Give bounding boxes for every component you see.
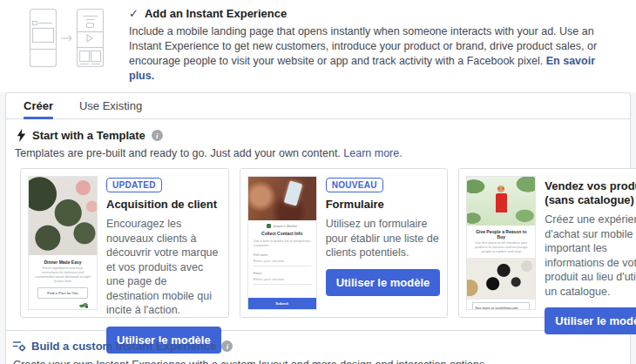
header-text-block: ✓ Add an Instant Experience Include a mo… [129, 7, 622, 84]
learn-more-link[interactable]: Learn more. [343, 147, 402, 159]
card-description: Utilisez un formulaire pour établir une … [326, 217, 441, 260]
instant-experience-panel: Créer Use Existing Start with a Template… [5, 92, 631, 364]
preview-heading: Give People a Reason to Buy [471, 229, 531, 239]
template-section-title: Start with a Template [32, 129, 145, 142]
preview-field-placeholder: Enter your answer [254, 257, 311, 266]
template-card-vendez-produits: Give People a Reason to Buy Use this spa… [458, 168, 636, 318]
card-title-vendez-produits: Vendez vos produits (sans catalogue) [545, 179, 636, 207]
preview-cta-button: Find a Plan for You [37, 287, 88, 299]
orange-slices-shape [497, 187, 505, 190]
custom-experience-section: Build a custom Instant Experience i Crea… [6, 330, 630, 364]
preview-body-text: Use a form to build a list of prospectiv… [254, 239, 311, 248]
phones-wireframe-icon [17, 7, 115, 70]
page-title: Add an Instant Experience [145, 7, 287, 20]
template-preview-vendez-produits: Give People a Reason to Buy Use this spa… [466, 176, 536, 310]
jaspers-market-logo [267, 224, 271, 228]
use-template-button-formulaire[interactable]: Utiliser le modèle [326, 269, 441, 296]
phone-in-hand-shape [283, 180, 302, 206]
tab-creer[interactable]: Créer [24, 93, 53, 118]
template-card-formulaire: Jasper's Market Collect Contact Info Use… [240, 168, 449, 318]
tab-use-existing[interactable]: Use Existing [79, 93, 142, 118]
preview-photo-dinner [29, 177, 97, 255]
preview-heading: Collect Contact Info [254, 231, 311, 236]
lightning-icon [17, 129, 26, 142]
preview-field-placeholder: Enter your answer [254, 275, 311, 285]
preview-submit-button: Submit [248, 298, 316, 309]
custom-layout-icon [13, 340, 26, 352]
preview-cta-button: See more at xxclothing.com [472, 302, 530, 310]
header-description: Include a mobile landing page that opens… [129, 24, 622, 84]
preview-body-text: Fresh ingredients and easy instructions … [34, 266, 91, 284]
tab-use-existing-label: Use Existing [79, 99, 142, 112]
card-title-formulaire: Formulaire [326, 198, 384, 212]
template-preview-formulaire: Jasper's Market Collect Contact Info Use… [247, 176, 317, 310]
template-subtitle-text: Templates are pre-built and ready to go.… [15, 147, 341, 159]
header-description-text: Include a mobile landing page that opens… [129, 25, 597, 67]
preview-photo-phone [248, 177, 316, 220]
tab-creer-label: Créer [24, 99, 53, 112]
template-preview-acquisition: Dinner Made Easy Fresh ingredients and e… [28, 176, 98, 310]
plant-decoration [79, 302, 88, 308]
device-preview-illustration [17, 7, 115, 70]
red-swimsuit-shape [496, 193, 507, 212]
use-template-button-vendez-produits[interactable]: Utiliser le modèle [545, 307, 636, 334]
preview-form: Jasper's Market Collect Contact Info Use… [248, 220, 316, 309]
custom-section-description: Create your own Instant Experience with … [13, 359, 616, 364]
preview-photo-model [467, 177, 535, 226]
card-description: Encouragez les nouveaux clients à découv… [106, 217, 221, 318]
template-cards-row: Dinner Made Easy Fresh ingredients and e… [20, 168, 616, 318]
build-custom-experience-link[interactable]: Build a custom Instant Experience [31, 340, 216, 353]
badge-updated: UPDATED [106, 178, 162, 192]
preview-body-text: Use this space to tell introduce your pr… [471, 241, 531, 254]
checkbox-checked-icon[interactable]: ✓ [129, 8, 139, 19]
info-icon[interactable]: i [221, 340, 233, 352]
preview-photo-product [467, 258, 535, 300]
badge-nouveau: NOUVEAU [326, 178, 383, 192]
template-section-subtitle: Templates are pre-built and ready to go.… [15, 147, 621, 159]
template-section: Start with a Template i Templates are pr… [6, 119, 630, 318]
preview-brand-name: Jasper's Market [273, 224, 297, 228]
template-card-acquisition: Dinner Made Easy Fresh ingredients and e… [20, 168, 229, 318]
preview-heading: Dinner Made Easy [34, 260, 91, 265]
tab-bar: Créer Use Existing [6, 93, 630, 119]
instant-experience-header: ✓ Add an Instant Experience Include a mo… [0, 0, 636, 92]
info-icon[interactable]: i [152, 130, 163, 141]
card-title-acquisition: Acquisition de client [106, 198, 217, 212]
card-description: Créez une expérience d'achat sur mobile … [545, 212, 636, 299]
